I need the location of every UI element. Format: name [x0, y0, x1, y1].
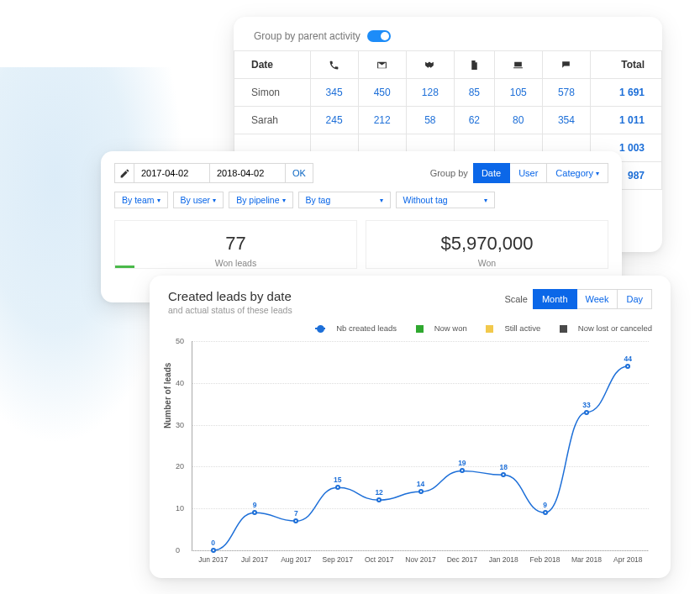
scale-day-pill[interactable]: Day — [618, 289, 652, 309]
data-label: 7 — [294, 509, 298, 518]
group-by-parent-row: Group by parent activity — [234, 30, 662, 50]
line-point — [501, 472, 506, 477]
x-tick: Dec 2017 — [441, 555, 483, 564]
filter-by-user[interactable]: By user▾ — [173, 192, 224, 208]
groupby-user-pill[interactable]: User — [510, 163, 547, 183]
col-handshake-icon — [406, 51, 454, 79]
line-point — [211, 548, 216, 553]
chart-legend: Nb created leads Now won Still active No… — [168, 323, 652, 333]
cell-value: 450 — [358, 79, 406, 107]
line-point — [625, 364, 630, 369]
row-name: Simon — [234, 79, 311, 107]
data-label: 19 — [458, 459, 466, 467]
date-from-input[interactable]: 2017-04-02 — [134, 163, 210, 183]
line-point — [252, 510, 257, 515]
cell-value: 58 — [406, 107, 454, 134]
cell-value: 62 — [454, 107, 494, 134]
group-by-parent-label: Group by parent activity — [254, 30, 361, 42]
y-tick: 10 — [176, 504, 184, 513]
cell-value: 105 — [494, 79, 542, 107]
stat-label: Won — [366, 258, 608, 268]
x-tick: Oct 2017 — [358, 555, 400, 564]
table-row[interactable]: Simon345450128851055781 691 — [234, 79, 662, 107]
scale-week-pill[interactable]: Week — [577, 289, 618, 309]
chart-area: Number of leads 01020304050Jun 2017Jul 2… — [168, 338, 652, 570]
x-tick: Aug 2017 — [275, 555, 317, 564]
line-point — [584, 410, 589, 415]
x-tick: Jul 2017 — [234, 555, 276, 564]
x-tick: Feb 2018 — [524, 555, 566, 564]
filter-by-tag[interactable]: By tag▾ — [298, 192, 391, 208]
line-point — [543, 510, 548, 515]
cell-value: 212 — [358, 107, 406, 134]
stat-label: Won leads — [115, 258, 356, 268]
row-name: Sarah — [234, 107, 311, 134]
y-tick: 40 — [176, 379, 184, 387]
y-tick: 0 — [176, 546, 180, 555]
y-axis-label: Number of leads — [163, 363, 172, 428]
data-label: 44 — [624, 355, 632, 363]
col-doc-icon — [454, 51, 494, 79]
cell-value: 578 — [542, 79, 590, 107]
line-point — [335, 485, 340, 490]
group-by-label: Group by — [430, 163, 468, 183]
pencil-icon[interactable] — [114, 163, 134, 183]
cell-total: 1 691 — [590, 79, 661, 107]
cell-value: 354 — [542, 107, 590, 134]
table-row[interactable]: Sarah2452125862803541 011 — [234, 107, 662, 134]
col-phone-icon — [310, 51, 358, 79]
y-tick: 50 — [176, 337, 184, 345]
group-by-parent-toggle[interactable] — [367, 30, 391, 42]
chart-title: Created leads by date — [168, 289, 292, 303]
stat-won-leads: 77Won leads — [114, 220, 357, 269]
date-range-group: 2017-04-02 2018-04-02 OK — [114, 163, 313, 183]
col-mail-icon — [358, 51, 406, 79]
scale-month-pill[interactable]: Month — [533, 289, 577, 309]
group-by-pills: Group by Date User Category▾ — [430, 163, 608, 183]
data-label: 18 — [499, 463, 507, 471]
groupby-category-pill[interactable]: Category▾ — [547, 163, 608, 183]
line-point — [418, 489, 424, 494]
y-tick: 20 — [176, 462, 184, 470]
col-laptop-icon — [494, 51, 542, 79]
legend-line: Nb created leads — [307, 323, 397, 333]
scale-label: Scale — [504, 294, 528, 304]
groupby-date-pill[interactable]: Date — [473, 163, 510, 183]
y-tick: 30 — [176, 421, 184, 429]
date-to-input[interactable]: 2018-04-02 — [210, 163, 286, 183]
data-label: 15 — [334, 476, 341, 484]
cell-value: 85 — [454, 79, 494, 107]
x-tick: Nov 2017 — [400, 555, 442, 564]
data-label: 9 — [543, 501, 547, 509]
cell-total: 1 011 — [590, 107, 661, 134]
cell-value: 80 — [494, 107, 542, 134]
x-tick: Mar 2018 — [566, 555, 608, 564]
chart-subtitle: and actual status of these leads — [168, 305, 292, 315]
filter-by-team[interactable]: By team▾ — [114, 192, 168, 208]
x-tick: Sep 2017 — [317, 555, 359, 564]
line-point — [293, 518, 298, 523]
col-total: Total — [590, 51, 661, 79]
filter-without-tag[interactable]: Without tag▾ — [396, 192, 495, 208]
col-date: Date — [234, 51, 311, 79]
data-label: 12 — [375, 488, 382, 497]
x-tick: Apr 2018 — [607, 555, 649, 564]
cell-value: 245 — [310, 107, 358, 134]
x-tick: Jun 2017 — [192, 555, 234, 564]
legend-nowwon: Now won — [408, 323, 467, 333]
data-label: 14 — [417, 480, 424, 488]
data-label: 33 — [582, 401, 590, 409]
line-point — [460, 468, 465, 473]
stat-number: $5,970,000 — [366, 233, 608, 255]
cell-value: 128 — [406, 79, 454, 107]
chart-card: Created leads by date and actual status … — [150, 276, 671, 578]
line-point — [376, 497, 382, 502]
data-label: 9 — [253, 501, 257, 509]
cell-value: 345 — [310, 79, 358, 107]
col-chat-icon — [542, 51, 590, 79]
x-tick: Jan 2018 — [482, 555, 524, 564]
filter-by-pipeline[interactable]: By pipeline▾ — [229, 192, 292, 208]
ok-button[interactable]: OK — [286, 163, 313, 183]
filter-row: By team▾ By user▾ By pipeline▾ By tag▾ W… — [114, 192, 608, 208]
legend-lost: Now lost or canceled — [551, 323, 652, 333]
